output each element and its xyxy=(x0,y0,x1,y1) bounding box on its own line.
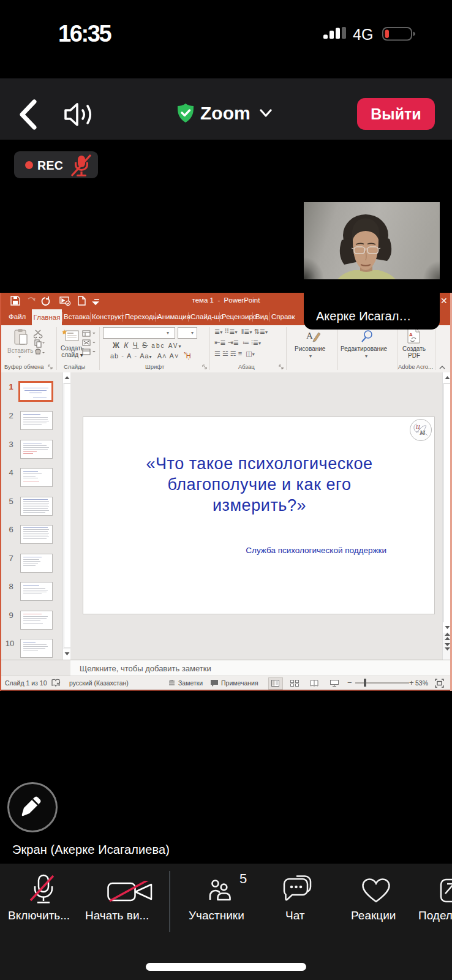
svg-text:A: A xyxy=(306,331,313,341)
svg-text:М: М xyxy=(419,429,426,436)
svg-text:A: A xyxy=(409,332,413,337)
